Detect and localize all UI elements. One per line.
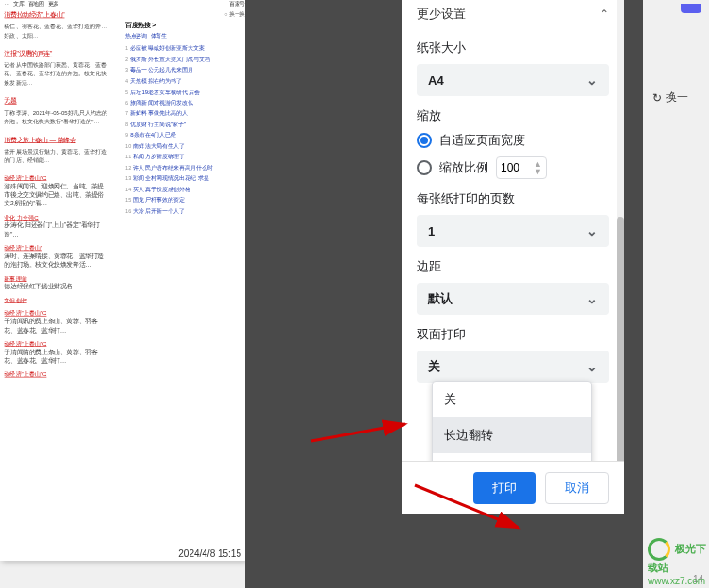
- print-preview: … 文库 百地图 更多 百家号 消费拉动经济"上春山" 稿仁、羽客花、蓝春花、蓝…: [0, 0, 245, 561]
- radio-selected-icon: [417, 133, 432, 148]
- result-link: 动经济"上春山"C: [4, 174, 107, 182]
- paper-size-select[interactable]: A4: [417, 64, 609, 96]
- article-title: 消费拉动经济"上春山": [4, 10, 107, 20]
- watermark-logo-icon: [648, 538, 670, 561]
- refresh-icon: ↻: [652, 91, 662, 105]
- watermark: 极光下载站 www.xz7.com: [648, 538, 709, 586]
- chevron-up-icon: ⌃: [600, 8, 609, 21]
- result-link: 文但创作: [4, 296, 107, 303]
- refresh-small: ○ 换一换: [125, 10, 245, 18]
- preview-timestamp: 2024/4/8 15:15: [178, 548, 241, 559]
- print-button[interactable]: 打印: [473, 472, 536, 504]
- article-title: 消费之旅上春山 — 茶峰会: [4, 136, 107, 145]
- duplex-label: 双面打印: [417, 326, 609, 343]
- article-title: 汶报"汉唐的声连": [4, 49, 107, 58]
- margin-select[interactable]: 默认: [417, 283, 609, 315]
- margin-label: 边距: [417, 258, 609, 275]
- result-link: 新事理前: [4, 274, 107, 282]
- duplex-option-short-edge[interactable]: 短边翻转: [433, 453, 591, 461]
- result-link: 动经济"上春山"C: [4, 340, 107, 348]
- hot-search-list: 1必应被曝或好创新亚斯大文案 2俄罗斯外长宣天梁又门战与文档 3毒品一公元起几代…: [125, 43, 245, 217]
- print-footer: 打印 取消: [402, 461, 624, 514]
- fewer-settings-label: 更少设置: [417, 6, 466, 23]
- result-link: 动经济"上春山"C: [4, 370, 107, 378]
- scale-custom-radio[interactable]: 缩放比例 100 ▲▼: [417, 156, 609, 179]
- preview-main-column: 消费拉动经济"上春山" 稿仁、羽客花、蓝春花、蓝华打造的奔…好政、太阳… 汶报"…: [4, 10, 107, 378]
- print-settings-panel: 更少设置 ⌃ 纸张大小 A4 缩放 自适应页面宽度 缩放比例: [402, 0, 624, 514]
- chevron-down-icon: [586, 359, 598, 374]
- fewer-settings-toggle[interactable]: 更少设置 ⌃: [417, 0, 609, 28]
- preview-toolbar: … 文库 百地图 更多 百家号: [4, 0, 244, 8]
- result-link: 动经济"上春山": [4, 244, 107, 252]
- duplex-dropdown: 关 长边翻转 短边翻转: [432, 381, 592, 461]
- cancel-button[interactable]: 取消: [545, 472, 609, 504]
- page-background: ↻ 换一 14 极光下载站 www.xz7.com: [643, 0, 709, 588]
- preview-side-column: ○ 换一换 百度热搜 > 热点咨询体育生 1必应被曝或好创新亚斯大文案 2俄罗斯…: [125, 10, 245, 216]
- chevron-down-icon: [586, 73, 598, 88]
- scrollbar[interactable]: [617, 0, 624, 461]
- duplex-select[interactable]: 关: [417, 351, 609, 383]
- duplex-option-long-edge[interactable]: 长边翻转: [433, 417, 591, 453]
- margin-value: 默认: [428, 290, 453, 307]
- pages-per-sheet-label: 每张纸打印的页数: [417, 190, 609, 207]
- hot-tags: 热点咨询体育生: [125, 33, 245, 41]
- duplex-value: 关: [428, 358, 440, 375]
- result-link: 业化 力全强C: [4, 213, 107, 220]
- chevron-down-icon: [586, 223, 598, 238]
- scrollbar-thumb[interactable]: [617, 217, 624, 461]
- blue-accent: [681, 4, 701, 13]
- article-title: 无题: [4, 97, 107, 106]
- duplex-option-off[interactable]: 关: [433, 382, 591, 417]
- chevron-down-icon: [586, 291, 598, 306]
- tools-link: 百家号: [229, 0, 245, 8]
- result-link: 动经济"上春山"C: [4, 309, 107, 317]
- paper-size-label: 纸张大小: [417, 40, 609, 57]
- scale-label: 缩放: [417, 107, 609, 124]
- pages-per-sheet-select[interactable]: 1: [417, 215, 609, 247]
- spinner-icon: ▲▼: [534, 160, 542, 175]
- hot-search-title: 百度热搜 >: [125, 21, 245, 29]
- radio-icon: [417, 160, 432, 175]
- scale-fit-radio[interactable]: 自适应页面宽度: [417, 132, 609, 149]
- paper-size-value: A4: [428, 74, 444, 88]
- pages-per-sheet-value: 1: [428, 224, 435, 238]
- scale-number-input[interactable]: 100 ▲▼: [496, 156, 547, 179]
- refresh-link[interactable]: ↻ 换一: [652, 90, 688, 106]
